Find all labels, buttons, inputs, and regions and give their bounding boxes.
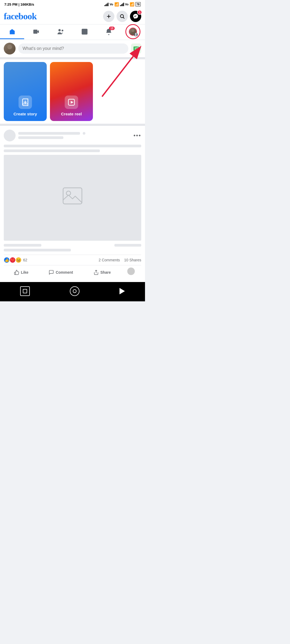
skeleton-bottom-row-1 (4, 244, 141, 247)
wifi-icon: 📶 (114, 2, 119, 6)
bottom-nav (0, 282, 145, 301)
skeleton-text-1 (4, 145, 141, 147)
feed-section: ••• (0, 126, 145, 282)
skeleton-bottom-lines (4, 244, 141, 251)
tab-home[interactable] (0, 25, 24, 39)
reactions-row: 👍 ❤️ 😆 62 2 Comments 10 Shares (4, 255, 141, 265)
comments-count: 2 Comments (99, 258, 120, 262)
nav-tabs: 13 (0, 24, 145, 40)
skeleton-post-header: ••• (4, 130, 141, 141)
reaction-count: 62 (23, 258, 27, 262)
header-icons: 3 (103, 11, 141, 22)
square-icon (23, 289, 27, 293)
comment-button-label: Comment (56, 270, 73, 275)
add-button[interactable] (103, 11, 114, 22)
reactions-left: 👍 ❤️ 😆 62 (4, 257, 27, 263)
create-story-card[interactable]: Create story (4, 62, 47, 121)
svg-rect-18 (63, 188, 82, 204)
post-composer (0, 40, 145, 59)
svg-marker-17 (71, 101, 74, 104)
svg-point-8 (135, 34, 136, 35)
tab-friends[interactable] (48, 25, 73, 39)
skeleton-bottom-left (4, 244, 41, 247)
action-buttons: Like Comment Share (4, 266, 141, 278)
signal-icon-2 (120, 2, 124, 6)
skeleton-bottom-line2 (4, 249, 71, 251)
status-bar: 7:25 PM | 166KB/s Vo 📶 Vo 📶 78 (0, 0, 145, 9)
tab-notifications[interactable]: 13 (97, 25, 121, 39)
status-time: 7:25 PM | 166KB/s (4, 2, 34, 6)
image-placeholder-icon (62, 186, 83, 209)
love-reaction: ❤️ (10, 257, 16, 263)
create-reel-card[interactable]: Create reel (50, 62, 93, 121)
svg-point-11 (5, 50, 14, 54)
status-icons: Vo 📶 Vo 📶 78 (104, 2, 141, 6)
comment-button[interactable]: Comment (45, 268, 77, 277)
haha-reaction: 😆 (16, 257, 21, 263)
reel-icon (65, 96, 78, 109)
bottom-back-button[interactable] (119, 288, 125, 294)
tab-profile[interactable] (121, 24, 145, 40)
notifications-badge: 13 (109, 27, 115, 30)
svg-point-2 (58, 29, 61, 31)
reactions-right: 2 Comments 10 Shares (99, 258, 141, 262)
skeleton-post: ••• (4, 130, 141, 278)
bottom-home-button[interactable] (70, 286, 79, 296)
svg-point-9 (135, 35, 136, 36)
like-reaction: 👍 (4, 257, 10, 263)
search-button[interactable] (117, 11, 128, 22)
skeleton-bottom-right (114, 244, 141, 247)
composer-avatar[interactable] (4, 43, 16, 54)
share-button[interactable]: Share (90, 268, 115, 277)
skeleton-text-2 (4, 149, 100, 152)
skeleton-name (18, 132, 80, 135)
vo-label: Vo (110, 3, 113, 6)
tab-video[interactable] (24, 25, 48, 39)
svg-point-14 (136, 48, 137, 49)
svg-point-15 (137, 47, 138, 48)
share-button-label: Share (100, 270, 111, 275)
battery-icon: 78 (135, 2, 141, 6)
vo-label-2: Vo (125, 3, 129, 6)
wifi-icon-2: 📶 (130, 2, 134, 6)
svg-point-3 (61, 30, 63, 31)
shares-count: 10 Shares (124, 258, 141, 262)
skeleton-avatar (4, 130, 16, 141)
top-header: facebook 3 (0, 9, 145, 24)
story-icon (19, 96, 32, 109)
circle-icon (73, 289, 77, 293)
story-section: Create story Create reel (0, 59, 145, 126)
messenger-button[interactable]: 3 (130, 11, 141, 22)
composer-photo-button[interactable] (131, 43, 141, 54)
skeleton-name-lines (18, 132, 131, 139)
skeleton-text-lines (4, 145, 141, 152)
like-button-label: Like (21, 270, 28, 275)
like-button[interactable]: Like (10, 268, 32, 277)
skeleton-subtext (18, 136, 63, 139)
tab-marketplace[interactable] (73, 25, 97, 39)
svg-rect-1 (33, 30, 37, 34)
svg-rect-4 (82, 29, 87, 34)
create-reel-label: Create reel (61, 112, 82, 116)
profile-tab-wrapper (129, 28, 137, 36)
svg-point-10 (7, 45, 12, 49)
skeleton-image (4, 155, 141, 241)
svg-point-7 (135, 33, 136, 34)
menu-overlay-icon (134, 33, 138, 36)
signal-icon (104, 2, 108, 6)
bottom-square-button[interactable] (20, 286, 30, 296)
share-profile-avatar (127, 268, 135, 275)
create-story-label: Create story (13, 112, 37, 116)
composer-input[interactable] (18, 43, 128, 54)
back-icon (119, 288, 125, 294)
more-options-button[interactable]: ••• (133, 132, 141, 139)
messenger-badge: 3 (137, 10, 142, 15)
facebook-logo: facebook (4, 11, 37, 21)
